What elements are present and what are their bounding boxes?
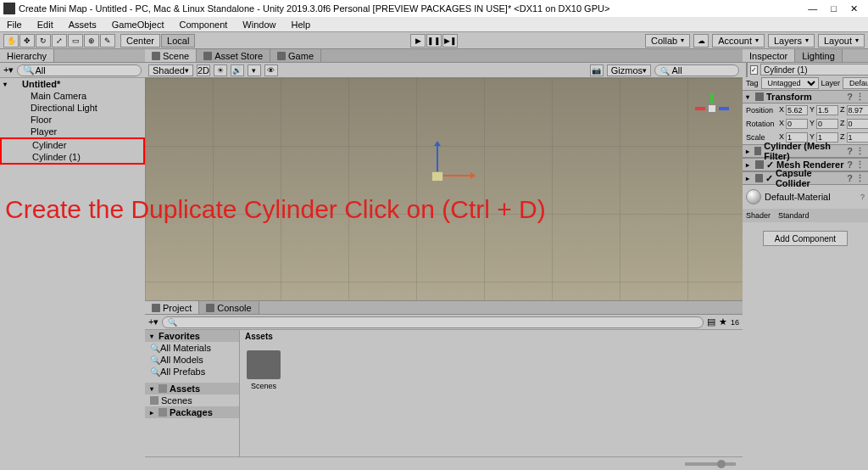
asset-store-icon [203,52,212,60]
scene-search[interactable]: 🔍 All [654,64,739,76]
move-tool[interactable]: ✥ [19,34,35,48]
folder-item[interactable]: Scenes [247,350,281,390]
custom-tool[interactable]: ✎ [100,34,115,48]
object-cylinder [431,171,443,182]
hierarchy-scene-root[interactable]: ▾Untitled* [0,78,145,90]
collab-dropdown[interactable]: Collab [645,34,690,48]
position-x[interactable] [786,105,808,115]
gameobject-icon[interactable] [746,63,748,77]
cloud-button[interactable]: ☁ [693,34,709,48]
close-button[interactable]: ✕ [850,3,858,14]
hierarchy-item[interactable]: Directional Light [0,102,145,114]
material-preview-icon [746,189,761,204]
app-icon [3,3,15,14]
menu-window[interactable]: Window [239,18,279,31]
pivot-local-toggle[interactable]: Local [161,34,195,48]
tab-lighting[interactable]: Lighting [795,49,843,62]
project-star-icon[interactable]: ★ [719,316,727,327]
scene-2d-toggle[interactable]: 2D [197,64,210,76]
layer-dropdown[interactable]: Default [843,77,868,89]
component-menu-icon[interactable]: ⋮ [855,92,865,103]
project-breadcrumb[interactable]: Assets [240,330,743,344]
hierarchy-item[interactable]: Player [0,126,145,137]
project-search[interactable]: 🔍 [162,316,704,328]
scene-camera-button[interactable]: 📷 [590,64,604,76]
menu-help[interactable]: Help [287,18,314,31]
tab-asset-store[interactable]: Asset Store [197,49,270,62]
annotation-highlight: Cylinder Cylinder (1) [0,137,145,165]
hierarchy-create-icon[interactable]: +▾ [3,64,14,76]
pivot-center-toggle[interactable]: Center [120,34,160,48]
scene-audio-toggle[interactable]: 🔊 [231,64,244,76]
tab-inspector[interactable]: Inspector [743,49,795,62]
game-icon [277,52,286,60]
position-z[interactable] [847,105,868,115]
hierarchy-item[interactable]: Floor [0,114,145,126]
menu-edit[interactable]: Edit [34,18,57,31]
move-y-handle[interactable] [437,146,438,171]
menu-file[interactable]: File [3,18,25,31]
hierarchy-search[interactable]: 🔍 All [17,64,142,76]
menu-component[interactable]: Component [175,18,231,31]
packages-section[interactable]: ▸Packages [145,406,239,418]
scene-viewport[interactable] [145,78,743,300]
tab-scene[interactable]: Scene [145,49,197,62]
assets-section[interactable]: ▾Assets [145,383,239,394]
favorites-section[interactable]: ▾Favorites [145,330,239,342]
minimize-button[interactable]: — [808,3,817,14]
move-x-handle[interactable] [443,175,470,176]
favorite-item[interactable]: 🔍 All Materials [145,342,239,354]
step-button[interactable]: ▶❚ [442,34,458,48]
scene-light-toggle[interactable]: ☀ [214,64,227,76]
account-dropdown[interactable]: Account [712,34,765,48]
active-checkbox[interactable]: ✓ [750,65,758,75]
mesh-icon [754,147,761,155]
project-create-button[interactable]: +▾ [148,316,159,327]
layers-dropdown[interactable]: Layers [768,34,815,48]
tag-dropdown[interactable]: Untagged [761,77,819,89]
transform-tool[interactable]: ⊕ [84,34,99,48]
scale-z[interactable] [847,132,868,143]
tab-hierarchy[interactable]: Hierarchy [0,49,54,62]
mesh-filter-header[interactable]: ▸Cylinder (Mesh Filter)?⋮ [743,144,868,158]
material-row[interactable]: Default-Material ? [743,185,868,209]
folder-item[interactable]: Scenes [145,394,239,406]
pause-button[interactable]: ❚❚ [426,34,442,48]
tab-project[interactable]: Project [145,301,199,314]
shading-dropdown[interactable]: Shaded ▾ [148,64,193,76]
component-help-icon[interactable]: ? [847,92,853,103]
rotation-y[interactable] [816,119,838,129]
hierarchy-item[interactable]: Cylinder [2,139,143,151]
scale-tool[interactable]: ⤢ [52,34,67,48]
scene-fx-toggle[interactable]: ▾ [248,64,261,76]
tab-console[interactable]: Console [199,301,259,314]
transform-icon [755,92,764,101]
orientation-gizmo[interactable] [695,92,729,126]
folder-icon [159,384,167,393]
play-button[interactable]: ▶ [410,34,426,48]
favorite-item[interactable]: 🔍 All Models [145,354,239,366]
hierarchy-item-selected[interactable]: Cylinder (1) [2,151,143,163]
gizmos-dropdown[interactable]: Gizmos ▾ [607,64,651,76]
project-filter-icon[interactable]: ▤ [707,316,715,327]
menu-gameobject[interactable]: GameObject [108,18,168,31]
project-thumbnail-slider[interactable] [685,462,736,466]
object-name-field[interactable] [760,64,868,76]
rotation-z[interactable] [847,119,868,129]
rotate-tool[interactable]: ↻ [36,34,51,48]
scene-hidden-toggle[interactable]: 👁 [264,64,278,76]
favorite-item[interactable]: 🔍 All Prefabs [145,366,239,378]
rect-tool[interactable]: ▭ [68,34,83,48]
layout-dropdown[interactable]: Layout [818,34,865,48]
hierarchy-item[interactable]: Main Camera [0,90,145,102]
collider-header[interactable]: ▸✓Capsule Collider?⋮ [743,171,868,185]
position-y[interactable] [816,105,838,115]
tab-game[interactable]: Game [270,49,321,62]
menu-assets[interactable]: Assets [65,18,100,31]
transform-header[interactable]: ▾ Transform ?⋮ [743,90,868,104]
selected-object[interactable] [431,171,443,182]
maximize-button[interactable]: □ [831,3,837,14]
add-component-button[interactable]: Add Component [763,231,848,246]
hand-tool[interactable]: ✋ [3,34,19,48]
rotation-x[interactable] [786,119,808,129]
